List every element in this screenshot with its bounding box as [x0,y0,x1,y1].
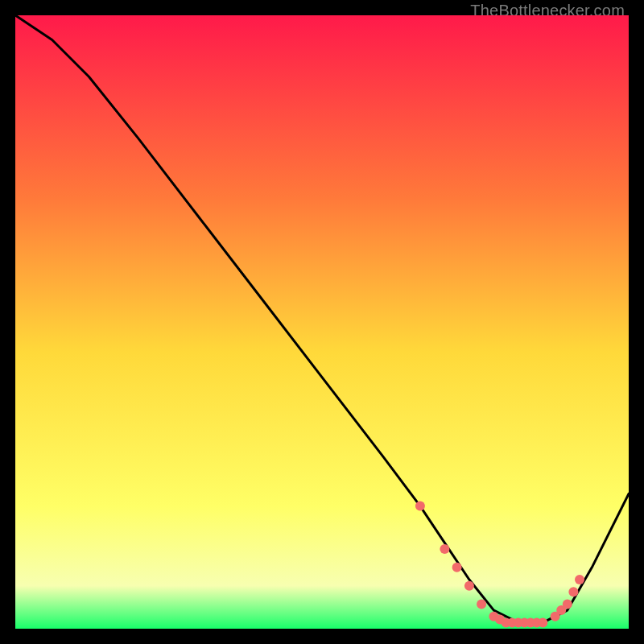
chart-frame [15,15,629,629]
curve-marker [568,587,578,597]
bottleneck-chart [15,15,629,629]
chart-background [15,15,629,629]
curve-marker [477,600,486,609]
curve-marker [415,502,425,511]
curve-marker [575,575,584,584]
curve-marker [440,544,449,554]
curve-marker [538,617,547,627]
curve-marker [464,581,474,591]
curve-marker [563,600,572,609]
curve-marker [452,563,462,572]
